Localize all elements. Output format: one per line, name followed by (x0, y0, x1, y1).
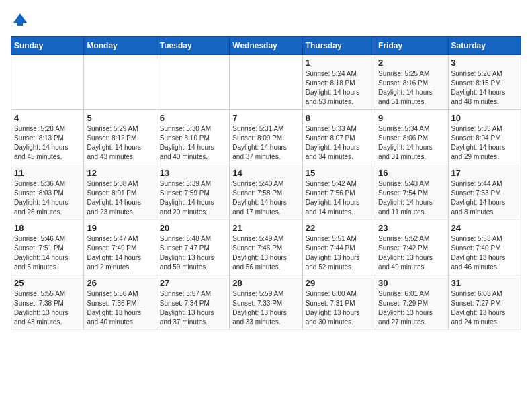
day-number: 12 (87, 168, 153, 178)
calendar-week-row: 11Sunrise: 5:36 AM Sunset: 8:03 PM Dayli… (11, 165, 521, 220)
day-info: Sunrise: 5:29 AM Sunset: 8:12 PM Dayligh… (87, 124, 153, 162)
calendar-cell: 2Sunrise: 5:25 AM Sunset: 8:16 PM Daylig… (375, 55, 448, 110)
calendar-cell: 22Sunrise: 5:51 AM Sunset: 7:44 PM Dayli… (302, 220, 375, 275)
header (11, 11, 521, 30)
day-number: 9 (378, 113, 445, 123)
calendar-cell: 25Sunrise: 5:55 AM Sunset: 7:38 PM Dayli… (11, 275, 84, 330)
logo (11, 11, 32, 30)
day-info: Sunrise: 5:53 AM Sunset: 7:40 PM Dayligh… (451, 234, 518, 272)
day-info: Sunrise: 5:38 AM Sunset: 8:01 PM Dayligh… (87, 179, 153, 217)
day-number: 15 (306, 168, 372, 178)
svg-rect-1 (17, 23, 23, 26)
day-info: Sunrise: 5:40 AM Sunset: 7:58 PM Dayligh… (232, 179, 299, 217)
calendar-cell: 16Sunrise: 5:43 AM Sunset: 7:54 PM Dayli… (375, 165, 448, 220)
calendar-cell: 13Sunrise: 5:39 AM Sunset: 7:59 PM Dayli… (157, 165, 229, 220)
day-info: Sunrise: 5:24 AM Sunset: 8:18 PM Dayligh… (306, 69, 372, 107)
calendar-cell: 8Sunrise: 5:33 AM Sunset: 8:07 PM Daylig… (302, 110, 375, 165)
weekday-header-friday: Friday (375, 37, 448, 55)
calendar-cell: 23Sunrise: 5:52 AM Sunset: 7:42 PM Dayli… (375, 220, 448, 275)
day-number: 27 (160, 278, 226, 288)
day-number: 22 (306, 223, 372, 233)
calendar-cell: 3Sunrise: 5:26 AM Sunset: 8:15 PM Daylig… (448, 55, 521, 110)
day-number: 20 (160, 223, 226, 233)
day-info: Sunrise: 6:03 AM Sunset: 7:27 PM Dayligh… (451, 289, 518, 327)
day-info: Sunrise: 5:33 AM Sunset: 8:07 PM Dayligh… (306, 124, 372, 162)
calendar-cell: 26Sunrise: 5:56 AM Sunset: 7:36 PM Dayli… (84, 275, 157, 330)
weekday-header-sunday: Sunday (11, 37, 84, 55)
day-number: 1 (306, 58, 372, 68)
calendar-cell: 29Sunrise: 6:00 AM Sunset: 7:31 PM Dayli… (302, 275, 375, 330)
day-info: Sunrise: 5:49 AM Sunset: 7:46 PM Dayligh… (232, 234, 299, 272)
calendar-week-row: 18Sunrise: 5:46 AM Sunset: 7:51 PM Dayli… (11, 220, 521, 275)
calendar-cell: 11Sunrise: 5:36 AM Sunset: 8:03 PM Dayli… (11, 165, 84, 220)
weekday-header-thursday: Thursday (302, 37, 375, 55)
day-info: Sunrise: 5:47 AM Sunset: 7:49 PM Dayligh… (87, 234, 153, 272)
calendar-cell: 21Sunrise: 5:49 AM Sunset: 7:46 PM Dayli… (230, 220, 302, 275)
day-info: Sunrise: 5:52 AM Sunset: 7:42 PM Dayligh… (378, 234, 445, 272)
day-info: Sunrise: 5:44 AM Sunset: 7:53 PM Dayligh… (451, 179, 518, 217)
svg-marker-0 (13, 13, 27, 23)
calendar-cell: 7Sunrise: 5:31 AM Sunset: 8:09 PM Daylig… (230, 110, 302, 165)
day-info: Sunrise: 5:55 AM Sunset: 7:38 PM Dayligh… (14, 289, 81, 327)
weekday-header-monday: Monday (84, 37, 157, 55)
day-info: Sunrise: 5:28 AM Sunset: 8:13 PM Dayligh… (14, 124, 81, 162)
calendar-cell: 20Sunrise: 5:48 AM Sunset: 7:47 PM Dayli… (157, 220, 229, 275)
day-number: 26 (87, 278, 153, 288)
weekday-header-saturday: Saturday (448, 37, 521, 55)
day-info: Sunrise: 5:31 AM Sunset: 8:09 PM Dayligh… (232, 124, 299, 162)
day-info: Sunrise: 6:01 AM Sunset: 7:29 PM Dayligh… (378, 289, 445, 327)
day-info: Sunrise: 5:25 AM Sunset: 8:16 PM Dayligh… (378, 69, 445, 107)
day-number: 14 (232, 168, 299, 178)
calendar-cell: 1Sunrise: 5:24 AM Sunset: 8:18 PM Daylig… (302, 55, 375, 110)
calendar-cell: 24Sunrise: 5:53 AM Sunset: 7:40 PM Dayli… (448, 220, 521, 275)
day-info: Sunrise: 5:48 AM Sunset: 7:47 PM Dayligh… (160, 234, 226, 272)
logo-icon (11, 11, 30, 30)
calendar-cell (230, 55, 302, 110)
calendar-cell: 30Sunrise: 6:01 AM Sunset: 7:29 PM Dayli… (375, 275, 448, 330)
calendar-cell (157, 55, 229, 110)
calendar-cell: 9Sunrise: 5:34 AM Sunset: 8:06 PM Daylig… (375, 110, 448, 165)
day-number: 21 (232, 223, 299, 233)
day-number: 2 (378, 58, 445, 68)
calendar-cell (84, 55, 157, 110)
weekday-header-tuesday: Tuesday (157, 37, 229, 55)
day-info: Sunrise: 5:36 AM Sunset: 8:03 PM Dayligh… (14, 179, 81, 217)
day-number: 31 (451, 278, 518, 288)
day-number: 6 (160, 113, 226, 123)
calendar-cell: 4Sunrise: 5:28 AM Sunset: 8:13 PM Daylig… (11, 110, 84, 165)
calendar-week-row: 25Sunrise: 5:55 AM Sunset: 7:38 PM Dayli… (11, 275, 521, 330)
day-info: Sunrise: 5:57 AM Sunset: 7:34 PM Dayligh… (160, 289, 226, 327)
day-info: Sunrise: 5:39 AM Sunset: 7:59 PM Dayligh… (160, 179, 226, 217)
day-number: 16 (378, 168, 445, 178)
calendar-week-row: 1Sunrise: 5:24 AM Sunset: 8:18 PM Daylig… (11, 55, 521, 110)
day-number: 29 (306, 278, 372, 288)
calendar-cell: 5Sunrise: 5:29 AM Sunset: 8:12 PM Daylig… (84, 110, 157, 165)
day-number: 24 (451, 223, 518, 233)
day-info: Sunrise: 5:26 AM Sunset: 8:15 PM Dayligh… (451, 69, 518, 107)
day-number: 28 (232, 278, 299, 288)
calendar-cell: 18Sunrise: 5:46 AM Sunset: 7:51 PM Dayli… (11, 220, 84, 275)
day-info: Sunrise: 5:35 AM Sunset: 8:04 PM Dayligh… (451, 124, 518, 162)
calendar-cell: 19Sunrise: 5:47 AM Sunset: 7:49 PM Dayli… (84, 220, 157, 275)
calendar-cell: 31Sunrise: 6:03 AM Sunset: 7:27 PM Dayli… (448, 275, 521, 330)
day-number: 4 (14, 113, 81, 123)
calendar-cell: 12Sunrise: 5:38 AM Sunset: 8:01 PM Dayli… (84, 165, 157, 220)
day-info: Sunrise: 5:56 AM Sunset: 7:36 PM Dayligh… (87, 289, 153, 327)
calendar-week-row: 4Sunrise: 5:28 AM Sunset: 8:13 PM Daylig… (11, 110, 521, 165)
weekday-header-wednesday: Wednesday (230, 37, 302, 55)
day-info: Sunrise: 5:51 AM Sunset: 7:44 PM Dayligh… (306, 234, 372, 272)
day-info: Sunrise: 5:34 AM Sunset: 8:06 PM Dayligh… (378, 124, 445, 162)
day-number: 30 (378, 278, 445, 288)
day-info: Sunrise: 5:59 AM Sunset: 7:33 PM Dayligh… (232, 289, 299, 327)
day-number: 8 (306, 113, 372, 123)
day-number: 19 (87, 223, 153, 233)
day-info: Sunrise: 5:42 AM Sunset: 7:56 PM Dayligh… (306, 179, 372, 217)
day-number: 10 (451, 113, 518, 123)
calendar-cell: 10Sunrise: 5:35 AM Sunset: 8:04 PM Dayli… (448, 110, 521, 165)
calendar-cell: 15Sunrise: 5:42 AM Sunset: 7:56 PM Dayli… (302, 165, 375, 220)
calendar-cell: 17Sunrise: 5:44 AM Sunset: 7:53 PM Dayli… (448, 165, 521, 220)
calendar-cell (11, 55, 84, 110)
day-number: 7 (232, 113, 299, 123)
day-info: Sunrise: 6:00 AM Sunset: 7:31 PM Dayligh… (306, 289, 372, 327)
day-number: 11 (14, 168, 81, 178)
